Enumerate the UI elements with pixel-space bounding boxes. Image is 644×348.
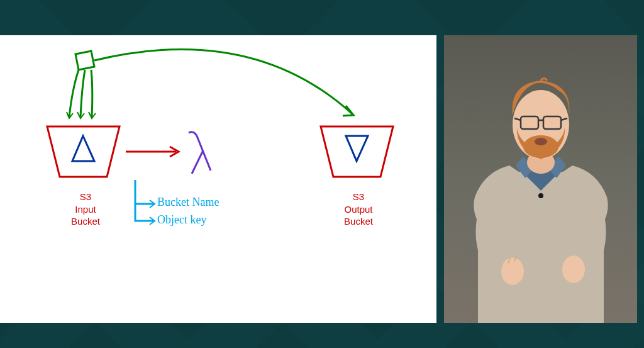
input-bucket-icon — [47, 126, 119, 177]
svg-point-11 — [538, 193, 543, 198]
file-stack-icon — [67, 51, 96, 118]
input-label-input: Input — [75, 204, 96, 215]
input-label-s3: S3 — [80, 191, 91, 202]
diagram-svg — [0, 35, 436, 323]
annotation-object-key: Object key — [157, 213, 206, 227]
presenter-video — [444, 35, 637, 323]
output-label-bucket: Bucket — [344, 216, 373, 227]
svg-point-10 — [562, 255, 585, 283]
svg-point-9 — [501, 257, 524, 285]
presenter-figure — [453, 46, 629, 323]
output-bucket-label: S3 Output Bucket — [333, 191, 384, 228]
input-label-bucket: Bucket — [71, 216, 100, 227]
annotation-arrows — [135, 180, 155, 225]
arrow-input-to-lambda — [126, 147, 179, 157]
output-label-output: Output — [344, 204, 372, 215]
output-bucket-icon — [321, 126, 393, 177]
annotation-bucket-name: Bucket Name — [157, 196, 219, 209]
output-label-s3: S3 — [353, 191, 364, 202]
triangle-up-icon — [72, 136, 94, 161]
input-bucket-label: S3 Input Bucket — [60, 191, 111, 228]
video-frame: S3 Input Bucket S3 Output Bucket Bucket … — [0, 0, 644, 348]
arrow-file-to-output — [94, 49, 353, 116]
triangle-down-icon — [346, 136, 368, 161]
lambda-icon — [189, 132, 211, 174]
whiteboard-slide: S3 Input Bucket S3 Output Bucket Bucket … — [0, 35, 436, 323]
svg-point-3 — [535, 138, 547, 145]
